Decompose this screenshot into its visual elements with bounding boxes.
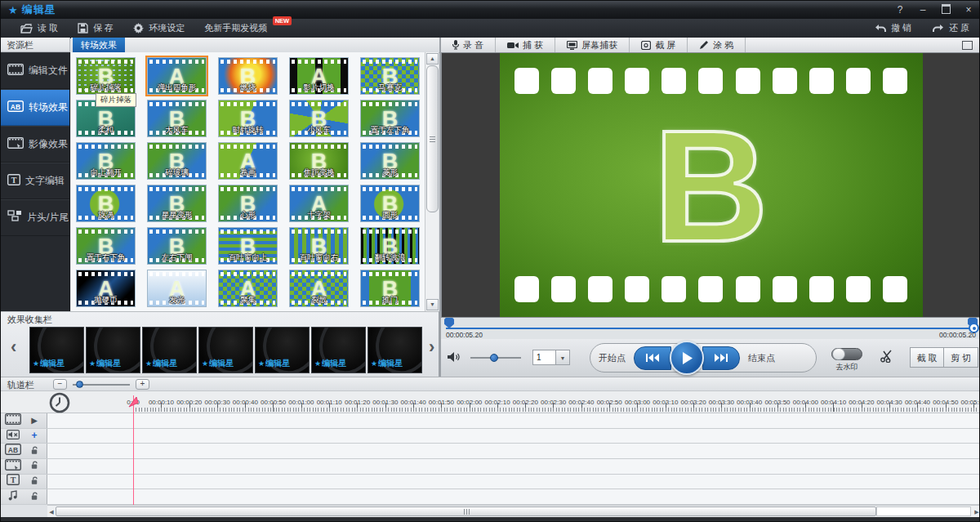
transitions-scrollbar[interactable]: ▲ ▼	[425, 52, 439, 311]
transition-item[interactable]: A发光	[147, 270, 207, 307]
lock-icon[interactable]	[25, 446, 43, 457]
transition-item[interactable]: B焦距变换	[289, 142, 349, 180]
track-header[interactable]: AB	[1, 444, 47, 458]
transition-item[interactable]: A影片切换	[289, 57, 349, 95]
redo-button[interactable]: 还 原	[933, 22, 969, 34]
transition-item[interactable]: B圆形	[360, 185, 420, 222]
volume-slider[interactable]	[470, 357, 521, 359]
transition-item[interactable]: B左右下闸	[147, 227, 207, 265]
transition-item[interactable]: B置于右下角	[76, 227, 136, 265]
track-lane[interactable]	[47, 413, 980, 428]
prev-frame-button[interactable]	[634, 346, 671, 370]
timeline-zoom-knob[interactable]	[76, 381, 83, 388]
track-lane[interactable]	[47, 475, 980, 489]
transition-item[interactable]: B星星变形	[147, 185, 207, 222]
transition-item[interactable]: B置于左下角	[360, 100, 420, 137]
detach-preview-button[interactable]	[962, 41, 973, 50]
timeline-zoom-slider[interactable]	[73, 384, 130, 386]
scroll-up-icon[interactable]: ▲	[426, 53, 439, 65]
expand-track-icon[interactable]: ▶	[25, 416, 43, 425]
save-button[interactable]: 保 存	[78, 22, 114, 34]
hscroll-left-icon[interactable]: ◀	[47, 506, 56, 517]
volume-knob[interactable]	[490, 354, 498, 362]
track-header[interactable]	[1, 459, 47, 474]
maximize-button[interactable]	[940, 4, 951, 16]
transition-item[interactable]: B时针旋转	[218, 100, 278, 137]
capture-frame-button[interactable]: 截 取	[910, 347, 944, 368]
transition-item[interactable]: A弹出四角形	[147, 57, 207, 95]
lock-icon[interactable]	[25, 461, 43, 471]
transition-item[interactable]: B碎玻璃	[147, 142, 207, 180]
playhead-line[interactable]	[133, 395, 134, 505]
cut-button[interactable]: 剪 切	[944, 347, 978, 368]
screenshot-button[interactable]: 截 屏	[630, 38, 688, 52]
track-lane[interactable]	[47, 429, 980, 444]
track-header[interactable]: T	[1, 475, 47, 489]
transition-item[interactable]: B大风车	[147, 100, 207, 137]
collection-item[interactable]: ★编辑星	[255, 327, 310, 373]
sidebar-item-1[interactable]: AB转场效果	[1, 89, 69, 126]
timeline-zoom-in-button[interactable]: +	[136, 379, 149, 390]
record-audio-button[interactable]: 录 音	[441, 38, 496, 52]
lock-icon[interactable]	[25, 492, 43, 502]
sidebar-item-0[interactable]: 编辑文件	[1, 52, 69, 89]
sidebar-item-2[interactable]: 影像效果	[1, 126, 69, 163]
timeline-ruler[interactable]: 0:0000:00:1000:00:2000:00:3000:00:4000:0…	[1, 391, 980, 413]
collection-item[interactable]: ★编辑星	[29, 327, 84, 373]
speed-dropdown-icon[interactable]: ▼	[556, 350, 570, 365]
sidebar-item-4[interactable]: 片头/片尾	[1, 199, 69, 236]
transition-item[interactable]: B推门	[360, 270, 420, 307]
seek-track[interactable]	[446, 328, 976, 329]
track-header[interactable]: +	[1, 429, 47, 444]
volume-icon[interactable]	[448, 351, 461, 363]
screen-capture-button[interactable]: 屏幕捕获	[555, 38, 630, 52]
track-lane[interactable]	[47, 459, 980, 474]
tab-transitions[interactable]: 转场效果	[73, 38, 125, 52]
track-lane[interactable]	[47, 444, 980, 458]
transition-item[interactable]: B碎片掉落	[76, 57, 136, 95]
promo-button[interactable]: 免新手期发视频 NEW	[204, 22, 267, 34]
play-button[interactable]	[670, 341, 704, 375]
hscroll-thumb[interactable]	[56, 506, 876, 516]
collection-item[interactable]: ★编辑星	[198, 327, 253, 373]
transition-item[interactable]: A抛硬币	[76, 270, 136, 307]
doodle-button[interactable]: 涂 鸦	[688, 38, 746, 52]
start-point-button[interactable]: 开始点	[590, 352, 634, 364]
collection-item[interactable]: ★编辑星	[311, 327, 366, 373]
transition-item[interactable]: A卷画	[218, 142, 278, 180]
add-track-icon[interactable]: +	[25, 430, 43, 441]
collection-prev-icon[interactable]: ‹	[11, 338, 16, 356]
transition-item[interactable]: A聚集	[218, 270, 278, 307]
minimize-button[interactable]: –	[917, 4, 929, 16]
capture-button[interactable]: 捕 获	[496, 38, 555, 52]
help-button[interactable]: ?	[894, 4, 906, 16]
scrollbar-thumb[interactable]	[426, 65, 439, 212]
end-point-button[interactable]: 结束点	[740, 352, 783, 364]
watermark-toggle[interactable]	[831, 348, 862, 360]
load-button[interactable]: 读 取	[20, 22, 58, 34]
track-header[interactable]	[1, 489, 47, 504]
transition-item[interactable]: B向上翻开	[76, 142, 136, 180]
collection-item[interactable]: ★编辑星	[142, 327, 197, 373]
settings-button[interactable]: 环境设定	[133, 22, 185, 34]
track-header[interactable]: ▶	[1, 413, 47, 428]
transition-item[interactable]: B燃烧	[218, 57, 278, 95]
collection-item[interactable]: ★编辑星	[86, 327, 140, 373]
transition-item[interactable]: B马赛克	[360, 57, 420, 95]
transition-item[interactable]: B百叶窗向上	[218, 227, 278, 265]
collection-item[interactable]: ★编辑星	[368, 327, 422, 373]
collection-next-icon[interactable]: ›	[429, 338, 434, 356]
hscroll-right-icon[interactable]: ▶	[973, 506, 980, 517]
undo-button[interactable]: 撤 销	[875, 22, 911, 34]
playhead-flag-icon[interactable]	[127, 395, 139, 408]
transition-item[interactable]: B旋涡	[76, 185, 136, 222]
watermark-knob[interactable]	[832, 348, 845, 360]
lock-icon[interactable]	[25, 476, 43, 487]
transition-item[interactable]: A十字架	[289, 185, 349, 222]
timeline-hscrollbar[interactable]: ◀ ▶	[47, 505, 980, 517]
transition-item[interactable]: B百叶窗向右	[289, 227, 349, 265]
speed-spinner[interactable]: 1 ▼	[532, 350, 570, 365]
transition-item[interactable]: B翻转波浪	[360, 227, 420, 265]
speed-value[interactable]: 1	[532, 350, 556, 365]
sidebar-item-3[interactable]: T文字编辑	[1, 163, 69, 199]
